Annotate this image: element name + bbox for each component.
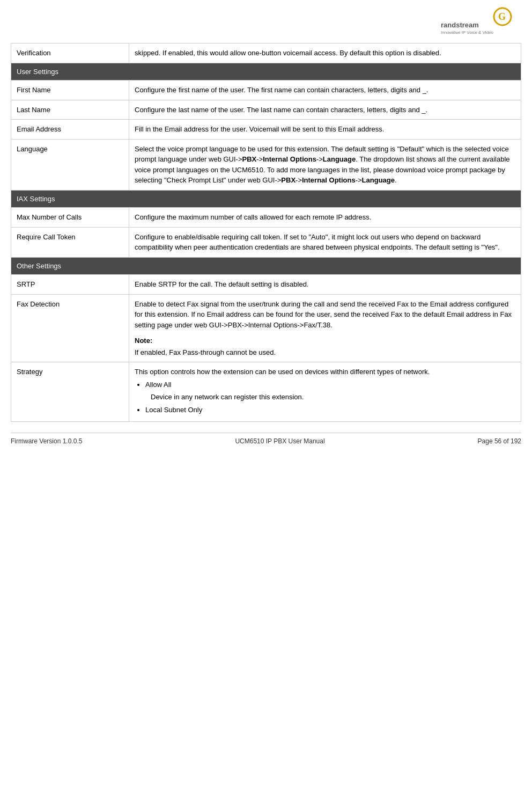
row-content-language: Select the voice prompt language to be u… [129, 139, 521, 190]
fax-note-label: Note: [135, 335, 515, 346]
svg-text:Innovative IP Voice & Video: Innovative IP Voice & Video [441, 30, 494, 35]
table-row: Max Number of CallsConfigure the maximum… [11, 208, 521, 228]
row-content: Enable SRTP for the call. The default se… [129, 275, 521, 295]
table-row: SRTPEnable SRTP for the call. The defaul… [11, 275, 521, 295]
row-content: Configure the maximum number of calls al… [129, 208, 521, 228]
row-content-fax: Enable to detect Fax signal from the use… [129, 294, 521, 362]
row-content: Fill in the Email address for the user. … [129, 120, 521, 140]
strategy-list: Allow AllDevice in any network can regis… [145, 379, 515, 415]
row-content: skipped. If enabled, this would allow on… [129, 43, 521, 63]
list-item: Allow All [145, 379, 515, 390]
section-header-cell: Other Settings [11, 257, 521, 275]
section-header-row: IAX Settings [11, 190, 521, 208]
main-table: Verificationskipped. If enabled, this wo… [11, 43, 521, 422]
row-label: SRTP [11, 275, 129, 295]
footer-center: UCM6510 IP PBX User Manual [235, 437, 324, 445]
list-sub-item: Device in any network can register this … [151, 392, 515, 403]
table-row: Last NameConfigure the last name of the … [11, 100, 521, 120]
row-label: First Name [11, 81, 129, 100]
row-label: Email Address [11, 120, 129, 140]
page-footer: Firmware Version 1.0.0.5 UCM6510 IP PBX … [11, 433, 521, 445]
svg-text:randstream: randstream [441, 21, 479, 29]
fax-main-text: Enable to detect Fax signal from the use… [135, 299, 515, 331]
row-content: Configure to enable/disable requiring ca… [129, 227, 521, 257]
footer-left: Firmware Version 1.0.0.5 [11, 437, 82, 445]
row-content: Configure the first name of the user. Th… [129, 81, 521, 100]
section-header-cell: IAX Settings [11, 190, 521, 208]
row-label: Fax Detection [11, 294, 129, 362]
list-item: Local Subnet Only [145, 405, 515, 415]
strategy-intro: This option controls how the extension c… [135, 367, 515, 377]
row-label: Language [11, 139, 129, 190]
logo-area: G randstream Innovative IP Voice & Video [435, 5, 521, 38]
section-header-cell: User Settings [11, 63, 521, 81]
row-content-strategy: This option controls how the extension c… [129, 362, 521, 422]
table-row: Require Call TokenConfigure to enable/di… [11, 227, 521, 257]
table-row: Verificationskipped. If enabled, this wo… [11, 43, 521, 63]
row-label: Max Number of Calls [11, 208, 129, 228]
row-content: Configure the last name of the user. The… [129, 100, 521, 120]
section-header-row: Other Settings [11, 257, 521, 275]
fax-note-content: If enabled, Fax Pass-through cannot be u… [135, 347, 515, 358]
page-wrapper: G randstream Innovative IP Voice & Video… [0, 0, 532, 466]
table-row: First NameConfigure the first name of th… [11, 81, 521, 100]
row-label: Require Call Token [11, 227, 129, 257]
table-row: Fax DetectionEnable to detect Fax signal… [11, 294, 521, 362]
page-header: G randstream Innovative IP Voice & Video [11, 5, 521, 38]
grandstream-logo: G randstream Innovative IP Voice & Video [438, 7, 519, 36]
footer-right: Page 56 of 192 [478, 437, 521, 445]
svg-text:G: G [498, 11, 506, 22]
row-label: Verification [11, 43, 129, 63]
table-row: LanguageSelect the voice prompt language… [11, 139, 521, 190]
section-header-row: User Settings [11, 63, 521, 81]
table-row: Email AddressFill in the Email address f… [11, 120, 521, 140]
row-label: Last Name [11, 100, 129, 120]
table-row: StrategyThis option controls how the ext… [11, 362, 521, 422]
row-label: Strategy [11, 362, 129, 422]
